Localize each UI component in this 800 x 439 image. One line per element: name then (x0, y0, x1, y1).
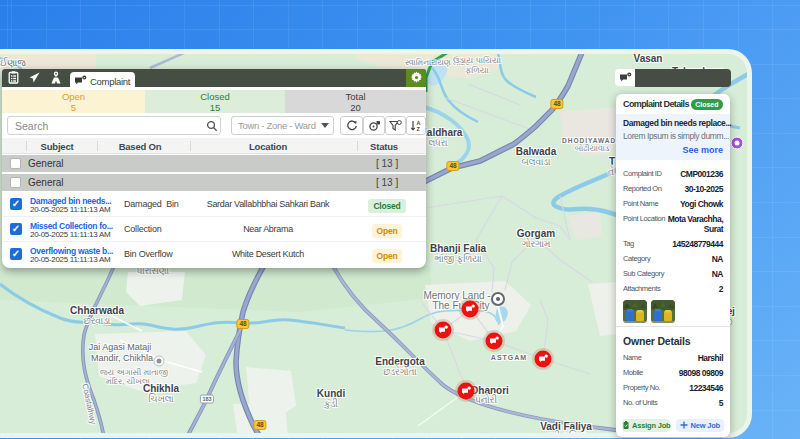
svg-text:Z: Z (417, 126, 421, 132)
